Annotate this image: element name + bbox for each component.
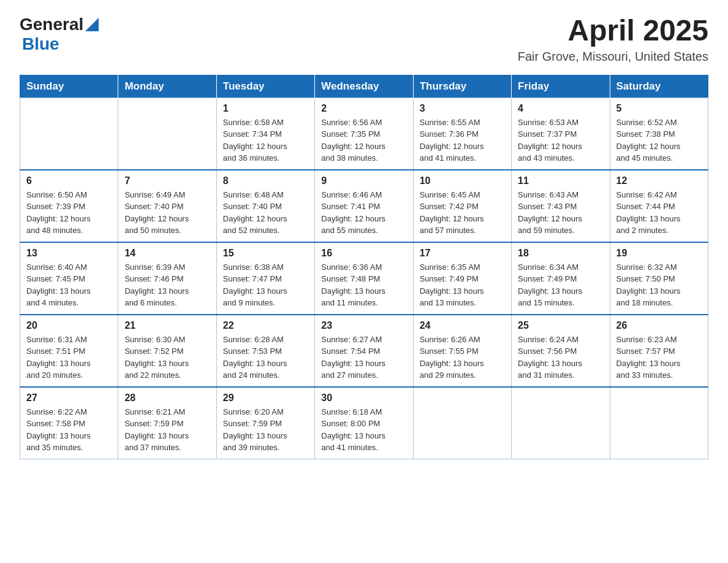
calendar-cell: 14Sunrise: 6:39 AMSunset: 7:46 PMDayligh…: [118, 242, 216, 315]
day-info: Sunrise: 6:38 AMSunset: 7:47 PMDaylight:…: [223, 261, 308, 309]
day-info: Sunrise: 6:35 AMSunset: 7:49 PMDaylight:…: [420, 261, 505, 309]
calendar-cell: 2Sunrise: 6:56 AMSunset: 7:35 PMDaylight…: [315, 98, 413, 170]
calendar-cell: [20, 98, 118, 170]
calendar-cell: [610, 387, 708, 459]
calendar-cell: 17Sunrise: 6:35 AMSunset: 7:49 PMDayligh…: [413, 242, 511, 315]
day-info: Sunrise: 6:20 AMSunset: 7:59 PMDaylight:…: [223, 406, 308, 454]
calendar-cell: 28Sunrise: 6:21 AMSunset: 7:59 PMDayligh…: [118, 387, 216, 459]
calendar-cell: [512, 387, 610, 459]
day-info: Sunrise: 6:58 AMSunset: 7:34 PMDaylight:…: [223, 117, 308, 164]
calendar-cell: 6Sunrise: 6:50 AMSunset: 7:39 PMDaylight…: [20, 170, 118, 242]
day-info: Sunrise: 6:34 AMSunset: 7:49 PMDaylight:…: [518, 261, 603, 309]
day-info: Sunrise: 6:46 AMSunset: 7:41 PMDaylight:…: [321, 189, 406, 237]
day-number: 25: [518, 320, 603, 331]
calendar-table: SundayMondayTuesdayWednesdayThursdayFrid…: [20, 75, 708, 459]
day-info: Sunrise: 6:39 AMSunset: 7:46 PMDaylight:…: [124, 261, 210, 309]
calendar-cell: 13Sunrise: 6:40 AMSunset: 7:45 PMDayligh…: [20, 242, 118, 315]
day-number: 20: [26, 320, 112, 331]
day-number: 26: [616, 320, 702, 331]
day-number: 18: [518, 248, 603, 259]
day-info: Sunrise: 6:18 AMSunset: 8:00 PMDaylight:…: [321, 406, 406, 454]
day-number: 30: [321, 393, 406, 404]
day-info: Sunrise: 6:49 AMSunset: 7:40 PMDaylight:…: [124, 189, 210, 237]
title-block: April 2025 Fair Grove, Missouri, United …: [518, 15, 708, 64]
day-info: Sunrise: 6:40 AMSunset: 7:45 PMDaylight:…: [26, 261, 112, 309]
col-header-wednesday: Wednesday: [315, 75, 413, 98]
day-number: 3: [420, 103, 505, 114]
day-info: Sunrise: 6:22 AMSunset: 7:58 PMDaylight:…: [26, 406, 112, 454]
calendar-cell: 8Sunrise: 6:48 AMSunset: 7:40 PMDaylight…: [216, 170, 314, 242]
day-number: 22: [223, 320, 308, 331]
calendar-week-row: 6Sunrise: 6:50 AMSunset: 7:39 PMDaylight…: [20, 170, 708, 242]
col-header-tuesday: Tuesday: [216, 75, 314, 98]
calendar-cell: 11Sunrise: 6:43 AMSunset: 7:43 PMDayligh…: [512, 170, 610, 242]
day-number: 28: [124, 393, 210, 404]
calendar-cell: [413, 387, 511, 459]
day-number: 6: [26, 175, 112, 186]
calendar-cell: 5Sunrise: 6:52 AMSunset: 7:38 PMDaylight…: [610, 98, 708, 170]
day-number: 19: [616, 248, 702, 259]
day-number: 29: [223, 393, 308, 404]
calendar-week-row: 20Sunrise: 6:31 AMSunset: 7:51 PMDayligh…: [20, 315, 708, 387]
month-year-title: April 2025: [518, 15, 708, 47]
day-info: Sunrise: 6:28 AMSunset: 7:53 PMDaylight:…: [223, 334, 308, 381]
calendar-cell: 22Sunrise: 6:28 AMSunset: 7:53 PMDayligh…: [216, 315, 314, 387]
logo-blue: Blue: [22, 34, 59, 54]
day-number: 15: [223, 248, 308, 259]
day-info: Sunrise: 6:56 AMSunset: 7:35 PMDaylight:…: [321, 117, 406, 164]
calendar-cell: 23Sunrise: 6:27 AMSunset: 7:54 PMDayligh…: [315, 315, 413, 387]
calendar-cell: 27Sunrise: 6:22 AMSunset: 7:58 PMDayligh…: [20, 387, 118, 459]
calendar-week-row: 27Sunrise: 6:22 AMSunset: 7:58 PMDayligh…: [20, 387, 708, 459]
day-info: Sunrise: 6:55 AMSunset: 7:36 PMDaylight:…: [420, 117, 505, 164]
day-number: 27: [26, 393, 112, 404]
calendar-cell: 20Sunrise: 6:31 AMSunset: 7:51 PMDayligh…: [20, 315, 118, 387]
col-header-monday: Monday: [118, 75, 216, 98]
calendar-cell: 26Sunrise: 6:23 AMSunset: 7:57 PMDayligh…: [610, 315, 708, 387]
location-subtitle: Fair Grove, Missouri, United States: [518, 50, 708, 64]
calendar-cell: 9Sunrise: 6:46 AMSunset: 7:41 PMDaylight…: [315, 170, 413, 242]
calendar-week-row: 13Sunrise: 6:40 AMSunset: 7:45 PMDayligh…: [20, 242, 708, 315]
day-number: 16: [321, 248, 406, 259]
calendar-cell: 15Sunrise: 6:38 AMSunset: 7:47 PMDayligh…: [216, 242, 314, 315]
col-header-thursday: Thursday: [413, 75, 511, 98]
col-header-friday: Friday: [512, 75, 610, 98]
calendar-cell: 1Sunrise: 6:58 AMSunset: 7:34 PMDaylight…: [216, 98, 314, 170]
calendar-cell: 21Sunrise: 6:30 AMSunset: 7:52 PMDayligh…: [118, 315, 216, 387]
day-number: 12: [616, 175, 702, 186]
day-number: 21: [124, 320, 210, 331]
day-info: Sunrise: 6:36 AMSunset: 7:48 PMDaylight:…: [321, 261, 406, 309]
calendar-cell: 30Sunrise: 6:18 AMSunset: 8:00 PMDayligh…: [315, 387, 413, 459]
day-number: 9: [321, 175, 406, 186]
day-number: 11: [518, 175, 603, 186]
calendar-cell: 19Sunrise: 6:32 AMSunset: 7:50 PMDayligh…: [610, 242, 708, 315]
logo-general: General: [20, 15, 83, 34]
day-info: Sunrise: 6:27 AMSunset: 7:54 PMDaylight:…: [321, 334, 406, 381]
day-number: 8: [223, 175, 308, 186]
day-info: Sunrise: 6:53 AMSunset: 7:37 PMDaylight:…: [518, 117, 603, 164]
day-info: Sunrise: 6:31 AMSunset: 7:51 PMDaylight:…: [26, 334, 112, 381]
day-number: 24: [420, 320, 505, 331]
calendar-cell: [118, 98, 216, 170]
calendar-cell: 29Sunrise: 6:20 AMSunset: 7:59 PMDayligh…: [216, 387, 314, 459]
col-header-sunday: Sunday: [20, 75, 118, 98]
page-header: General Blue April 2025 Fair Grove, Miss…: [20, 15, 708, 64]
day-info: Sunrise: 6:43 AMSunset: 7:43 PMDaylight:…: [518, 189, 603, 237]
calendar-cell: 18Sunrise: 6:34 AMSunset: 7:49 PMDayligh…: [512, 242, 610, 315]
logo-triangle-icon: [85, 18, 99, 31]
day-info: Sunrise: 6:23 AMSunset: 7:57 PMDaylight:…: [616, 334, 702, 381]
day-number: 13: [26, 248, 112, 259]
calendar-cell: 24Sunrise: 6:26 AMSunset: 7:55 PMDayligh…: [413, 315, 511, 387]
day-info: Sunrise: 6:50 AMSunset: 7:39 PMDaylight:…: [26, 189, 112, 237]
day-number: 5: [616, 103, 702, 114]
day-number: 10: [420, 175, 505, 186]
calendar-cell: 25Sunrise: 6:24 AMSunset: 7:56 PMDayligh…: [512, 315, 610, 387]
calendar-cell: 10Sunrise: 6:45 AMSunset: 7:42 PMDayligh…: [413, 170, 511, 242]
calendar-cell: 3Sunrise: 6:55 AMSunset: 7:36 PMDaylight…: [413, 98, 511, 170]
day-info: Sunrise: 6:26 AMSunset: 7:55 PMDaylight:…: [420, 334, 505, 381]
day-number: 7: [124, 175, 210, 186]
day-info: Sunrise: 6:21 AMSunset: 7:59 PMDaylight:…: [124, 406, 210, 454]
calendar-cell: 16Sunrise: 6:36 AMSunset: 7:48 PMDayligh…: [315, 242, 413, 315]
day-info: Sunrise: 6:48 AMSunset: 7:40 PMDaylight:…: [223, 189, 308, 237]
col-header-saturday: Saturday: [610, 75, 708, 98]
day-number: 4: [518, 103, 603, 114]
